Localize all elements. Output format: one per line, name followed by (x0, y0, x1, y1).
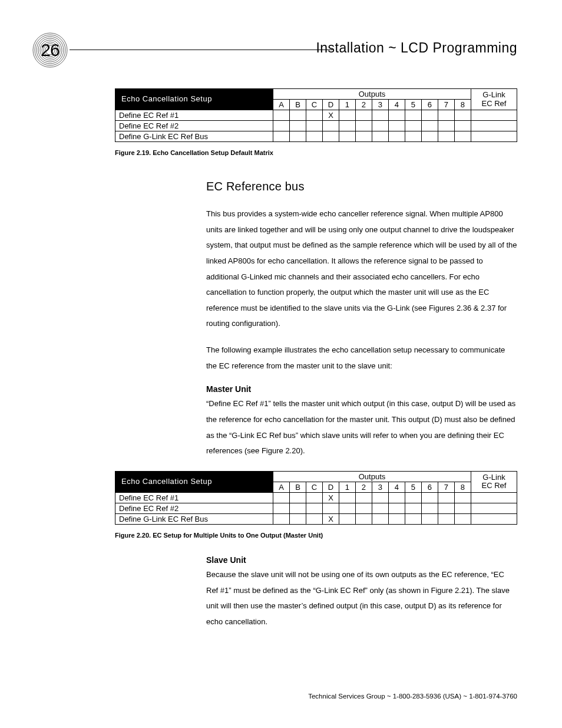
fig-219-caption: Figure 2.19. Echo Cancellation Setup Def… (115, 149, 517, 156)
table-row: Define G-Link EC Ref Bus (115, 131, 517, 142)
row-label: Define EC Ref #1 (115, 110, 273, 121)
col-A: A (273, 482, 289, 492)
fig-220-table: Echo Cancellation Setup Outputs G-Link E… (115, 471, 517, 525)
table-row: Define EC Ref #1 X (115, 492, 517, 503)
master-unit-heading: Master Unit (206, 384, 517, 394)
glink-header: G-Link EC Ref (471, 471, 517, 492)
page-number-badge: 26 (32, 32, 68, 68)
col-D: D (322, 100, 339, 110)
page-header-title: Installation ~ LCD Programming (316, 40, 517, 56)
col-D: D (322, 482, 339, 492)
col-7: 7 (438, 100, 454, 110)
row-label: Define EC Ref #2 (115, 503, 273, 513)
cell-mark: X (322, 110, 339, 121)
outputs-header: Outputs (273, 89, 471, 100)
col-2: 2 (355, 100, 372, 110)
col-B: B (289, 482, 306, 492)
col-4: 4 (388, 482, 405, 492)
col-3: 3 (372, 100, 388, 110)
col-7: 7 (438, 482, 454, 492)
col-5: 5 (405, 100, 421, 110)
header-rule (70, 50, 332, 50)
table-row: Define EC Ref #1 X (115, 110, 517, 121)
col-C: C (306, 482, 322, 492)
matrix-title: Echo Cancellation Setup (115, 89, 273, 110)
master-unit-para: “Define EC Ref #1” tells the master unit… (206, 396, 517, 459)
glink-line2: EC Ref (482, 99, 507, 108)
page-number: 26 (41, 40, 59, 60)
fig-220-caption: Figure 2.20. EC Setup for Multiple Units… (115, 532, 517, 539)
col-8: 8 (454, 482, 471, 492)
row-label: Define G-Link EC Ref Bus (115, 131, 273, 142)
outputs-header: Outputs (273, 471, 471, 482)
row-label: Define G-Link EC Ref Bus (115, 513, 273, 524)
row-label: Define EC Ref #2 (115, 121, 273, 131)
col-4: 4 (388, 100, 405, 110)
col-6: 6 (421, 482, 438, 492)
table-row: Define EC Ref #2 (115, 503, 517, 513)
glink-line1: G-Link (482, 473, 505, 482)
body-para-2: The following example illustrates the ec… (206, 342, 517, 374)
col-6: 6 (421, 100, 438, 110)
col-1: 1 (339, 482, 355, 492)
col-2: 2 (355, 482, 372, 492)
page-footer: Technical Services Group ~ 1-800-283-593… (308, 693, 517, 700)
cell-mark: X (322, 492, 339, 503)
col-A: A (273, 100, 289, 110)
glink-line2: EC Ref (482, 481, 507, 490)
slave-unit-heading: Slave Unit (206, 555, 517, 565)
body-para-1: This bus provides a system-wide echo can… (206, 206, 517, 332)
glink-header: G-Link EC Ref (471, 89, 517, 110)
table-row: Define G-Link EC Ref Bus X (115, 513, 517, 524)
cell-mark: X (322, 513, 339, 524)
col-C: C (306, 100, 322, 110)
col-8: 8 (454, 100, 471, 110)
col-B: B (289, 100, 306, 110)
col-1: 1 (339, 100, 355, 110)
matrix-title: Echo Cancellation Setup (115, 471, 273, 492)
row-label: Define EC Ref #1 (115, 492, 273, 503)
slave-unit-para: Because the slave unit will not be using… (206, 567, 517, 630)
col-5: 5 (405, 482, 421, 492)
glink-line1: G-Link (482, 90, 505, 99)
col-3: 3 (372, 482, 388, 492)
fig-219-table: Echo Cancellation Setup Outputs G-Link E… (115, 88, 517, 142)
table-row: Define EC Ref #2 (115, 121, 517, 131)
section-heading: EC Reference bus (206, 180, 517, 193)
